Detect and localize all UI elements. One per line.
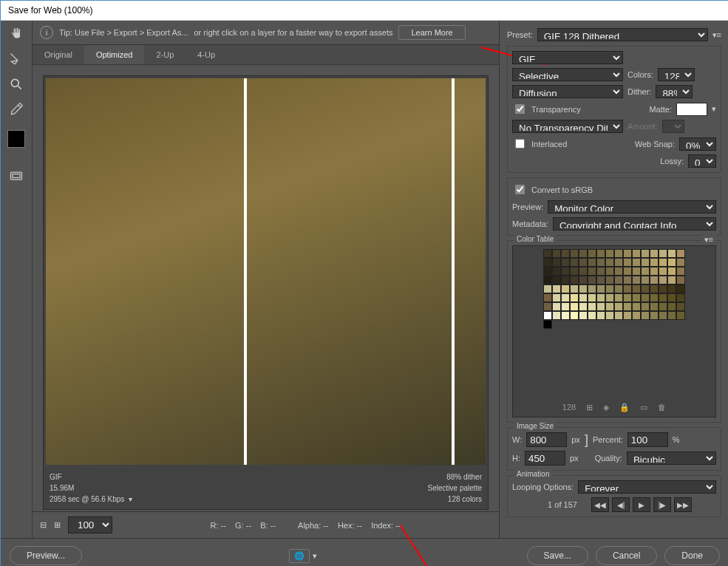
readout-r: R: -- [210,521,225,530]
preview-image [46,78,486,465]
matte-menu-icon[interactable]: ▾ [712,104,716,114]
ct-shift-icon[interactable]: 🔒 [619,403,630,412]
tab-optimized[interactable]: Optimized [84,45,145,64]
ct-trash-icon[interactable]: 🗑 [658,403,666,412]
play-button[interactable]: ▶ [633,497,650,512]
preview-file-info: GIF 15.96M 2958 sec @ 56.6 Kbps ▾ 88% di… [44,467,488,509]
next-frame-button[interactable]: |▶ [653,497,671,512]
zoom-out-icon[interactable]: ⊟ [40,520,47,530]
browser-preview-menu-icon[interactable]: ▾ [313,551,317,561]
preset-label: Preset: [507,30,533,39]
ct-new-icon[interactable]: ▭ [640,403,647,412]
lossy-select[interactable]: 0 [688,154,716,168]
format-select[interactable]: GIF [512,51,623,64]
info-download-time: 2958 sec @ 56.6 Kbps [50,495,124,503]
preview-viewport[interactable]: GIF 15.96M 2958 sec @ 56.6 Kbps ▾ 88% di… [43,75,489,510]
info-filesize: 15.96M [50,483,132,494]
svg-point-0 [11,79,18,86]
eyedropper-color-swatch[interactable] [7,130,25,148]
loop-select[interactable]: Forever [578,480,716,494]
readout-index: Index: -- [371,521,401,530]
cancel-button[interactable]: Cancel [596,546,657,565]
slice-tool-icon[interactable] [9,52,24,67]
zoom-in-icon[interactable]: ⊞ [54,520,61,530]
pct-sym: % [673,435,680,444]
hand-tool-icon[interactable] [9,27,24,41]
readout-hex: Hex: -- [338,521,362,530]
tip-text-1: Tip: Use File > Export > Export As... [59,28,188,37]
save-button[interactable]: Save... [527,546,588,565]
toggle-slices-icon[interactable] [9,168,24,183]
preview-button[interactable]: Preview... [10,546,82,565]
quality-label: Quality: [595,454,622,463]
transparency-dither-select[interactable]: No Transparency Dither [512,120,623,133]
readout-g: G: -- [235,521,251,530]
percent-label: Percent: [593,435,623,444]
dither-select[interactable]: 88% [656,85,693,98]
percent-input[interactable] [627,432,668,447]
info-format: GIF [50,471,132,483]
matte-swatch[interactable] [676,103,707,116]
preview-profile-select[interactable]: Monitor Color [548,200,716,214]
transparency-checkbox[interactable] [515,104,525,114]
width-input[interactable] [526,432,567,447]
height-input[interactable] [525,451,565,466]
preview-profile-label: Preview: [512,202,543,211]
websnap-label: Web Snap: [635,140,675,149]
window-title: Save for Web (100%) [1,1,728,21]
dither-alg-select[interactable]: Diffusion [512,85,623,98]
learn-more-button[interactable]: Learn More [398,25,465,40]
prev-frame-button[interactable]: ◀| [612,497,630,512]
optimize-settings-panel: Preset: GIF 128 Dithered ▾≡ GIF Selectiv… [499,21,728,538]
tab-original[interactable]: Original [33,45,84,64]
px-h: px [570,454,579,463]
lossy-label: Lossy: [660,157,684,166]
amount-select [662,120,684,133]
tab-4up[interactable]: 4-Up [186,45,227,64]
colors-select[interactable]: 128 [658,68,695,81]
last-frame-button[interactable]: ▶▶ [674,497,692,512]
interlaced-label: Interlaced [531,140,630,149]
tip-bar: i Tip: Use File > Export > Export As... … [33,21,499,45]
ct-lock-icon[interactable]: ◈ [603,403,609,412]
color-table-palette[interactable] [543,249,685,329]
info-colors: 128 colors [428,494,482,505]
metadata-label: Metadata: [512,219,548,228]
frame-counter: 1 of 157 [537,500,588,509]
colors-label: Colors: [627,70,653,79]
srgb-label: Convert to sRGB [531,185,593,194]
quality-select[interactable]: Bicubic [627,451,716,465]
metadata-select[interactable]: Copyright and Contact Info [553,217,716,231]
srgb-checkbox[interactable] [515,185,525,194]
color-table-menu-icon[interactable]: ▾≡ [701,235,716,245]
animation-title: Animation [514,470,552,478]
preset-menu-icon[interactable]: ▾≡ [712,30,721,40]
matte-label: Matte: [649,105,672,114]
bandwidth-menu-icon[interactable]: ▾ [129,495,132,503]
zoom-select[interactable]: 100% [68,516,112,533]
interlaced-checkbox[interactable] [515,139,525,149]
image-size-title: Image Size [514,422,557,430]
preview-mode-tabs: Original Optimized 2-Up 4-Up [33,45,499,65]
tools-sidebar [1,21,33,538]
eyedropper-tool-icon[interactable] [9,102,24,117]
done-button[interactable]: Done [664,546,720,565]
websnap-select[interactable]: 0% [679,137,716,151]
tab-2up[interactable]: 2-Up [144,45,186,64]
tip-text-2: or right click on a layer for a faster w… [194,28,392,37]
loop-label: Looping Options: [512,483,574,491]
amount-label: Amount: [627,122,658,131]
readout-alpha: Alpha: -- [298,521,329,530]
browser-preview-icon[interactable]: 🌐 [289,549,310,563]
readout-b: B: -- [260,521,276,530]
svg-rect-2 [13,174,20,178]
preset-select[interactable]: GIF 128 Dithered [537,28,708,41]
info-icon: i [40,26,53,39]
transparency-label: Transparency [531,105,644,114]
first-frame-button[interactable]: ◀◀ [591,497,609,512]
ct-sort-icon[interactable]: ⊞ [586,403,593,412]
reduction-select[interactable]: Selective [512,68,623,81]
link-dimensions-icon[interactable]: ] [585,435,588,444]
zoom-tool-icon[interactable] [9,77,24,92]
px-w: px [571,435,580,444]
